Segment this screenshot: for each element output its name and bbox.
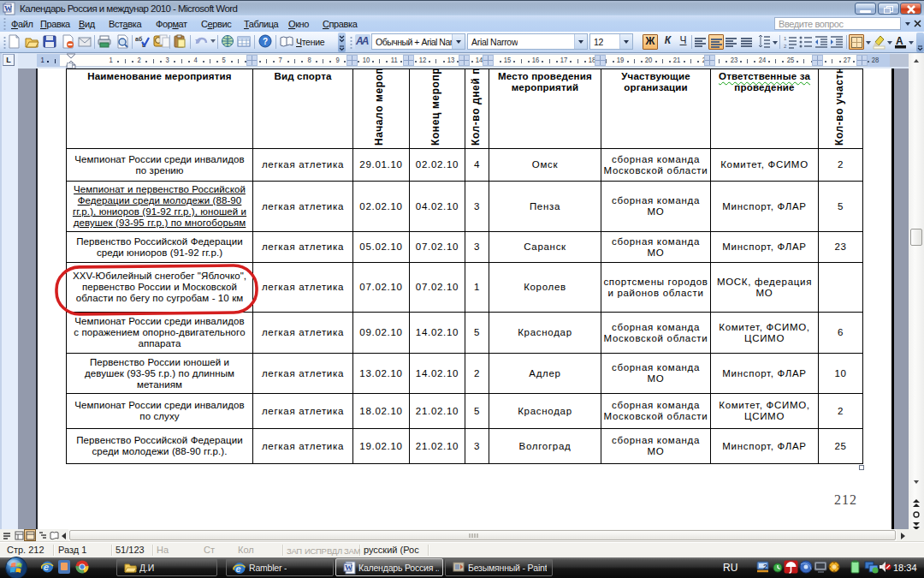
svg-text:2: 2 [784, 44, 787, 49]
svg-text:W: W [4, 4, 12, 13]
svg-text:?: ? [263, 37, 268, 46]
svg-text:1: 1 [784, 36, 787, 41]
svg-text:А: А [896, 35, 903, 47]
svg-text:W: W [345, 563, 352, 572]
svg-text:2: 2 [763, 563, 767, 571]
svg-text:аб: аб [135, 36, 143, 42]
